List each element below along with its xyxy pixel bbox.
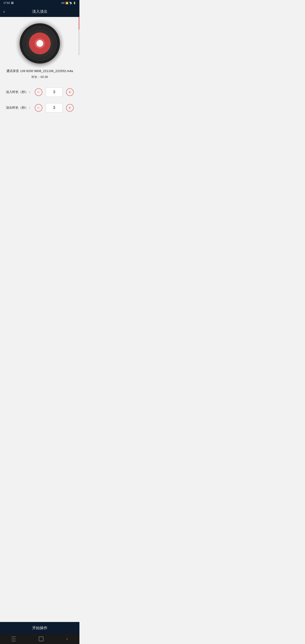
status-bar-left: 17:53 🖼 xyxy=(4,2,14,4)
scrollbar-thumb[interactable] xyxy=(78,17,80,30)
app-header: ‹ 淡入淡出 xyxy=(0,6,80,17)
gallery-icon: 🖼 xyxy=(11,2,14,4)
file-duration: 时长：00:38 xyxy=(32,75,48,79)
main-content: 通话录音 139 8200 9608_221106_222552.m4a 时长：… xyxy=(0,17,80,182)
file-name: 通话录音 139 8200 9608_221106_222552.m4a xyxy=(6,69,73,74)
controls-area: 淡入时长（秒）： − + 淡出时长（秒）： − + xyxy=(4,88,76,119)
fade-in-minus-button[interactable]: − xyxy=(35,88,42,96)
scrollbar-track[interactable] xyxy=(78,17,80,55)
page-title: 淡入淡出 xyxy=(32,9,48,14)
wifi-icon: 📶 xyxy=(66,2,68,4)
time-display: 17:53 xyxy=(4,2,10,4)
fade-in-label: 淡入时长（秒）： xyxy=(6,90,31,94)
fade-out-label: 淡出时长（秒）： xyxy=(6,106,31,110)
fade-in-input[interactable] xyxy=(46,88,63,97)
battery-icon: 🔋 xyxy=(73,2,76,4)
fade-in-row: 淡入时长（秒）： − + xyxy=(6,88,74,97)
status-bar-right: HD 📶 📡 🔋 xyxy=(61,2,76,4)
status-bar: 17:53 🖼 HD 📶 📡 🔋 xyxy=(0,0,80,6)
fade-out-row: 淡出时长（秒）： − + xyxy=(6,103,74,112)
vinyl-record xyxy=(20,23,60,64)
back-button[interactable]: ‹ xyxy=(4,9,5,14)
fade-out-minus-button[interactable]: − xyxy=(35,104,42,112)
hd-badge: HD xyxy=(61,2,64,4)
vinyl-container xyxy=(20,23,60,64)
fade-in-plus-button[interactable]: + xyxy=(66,88,74,96)
signal-icon: 📡 xyxy=(69,2,72,4)
fade-out-plus-button[interactable]: + xyxy=(66,104,74,112)
fade-out-input[interactable] xyxy=(46,103,63,112)
